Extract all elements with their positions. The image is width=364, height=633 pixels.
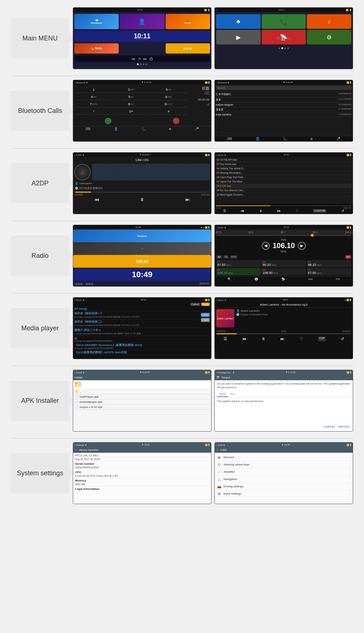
install-btn[interactable]: INSTALL	[339, 425, 351, 428]
track-3[interactable]: 04 Setting The World O...	[215, 166, 352, 171]
radio-nav-tile[interactable]: Navigation	[73, 229, 211, 242]
freq-slider[interactable]	[216, 235, 351, 236]
play-pause-btn[interactable]: ⏸	[140, 197, 144, 202]
radio-art-tile[interactable]: ♪♫	[73, 242, 211, 255]
media-group-5[interactable]: 《2013 GRAMMY Nominees》(格莱美的辉煌 2013) 22 s…	[73, 343, 211, 350]
sys-screen2[interactable]: ⌂ CAR ★ ▼ 10:16 📶🔋 ← CAR ◈ Element ⊙ Ste…	[214, 442, 353, 504]
usb1-label[interactable]: USB1	[201, 313, 210, 317]
media-group-4[interactable]: dj 2 songs /storage/E242A40E42A3E60F/	[73, 336, 211, 343]
music-next-btn[interactable]: ⏭	[277, 209, 281, 213]
video-tile[interactable]: ▶	[216, 30, 261, 44]
usb3-label[interactable]: USB3	[201, 318, 210, 322]
key-9[interactable]: 9WXYZ	[150, 101, 187, 107]
bt-tile[interactable]: ♣	[216, 14, 261, 29]
list-icon[interactable]: ☰	[223, 209, 226, 213]
a2dp-progress-bar[interactable]	[75, 192, 209, 193]
pop-btn[interactable]: POP	[318, 337, 326, 341]
answer-btn[interactable]: 📞	[105, 118, 111, 124]
bt-screen1[interactable]: ⌂ Bluetooth ★ ▼ ♦ 11:03 📶🔋 1 2ABC 3DEF 4…	[73, 80, 211, 142]
contacts-nav-icon[interactable]: 👤	[114, 127, 118, 131]
contact-item-4[interactable]: 某某某 17788888888	[216, 107, 352, 113]
key-6[interactable]: 6MNO	[150, 94, 187, 100]
am-btn[interactable]: AM	[308, 278, 313, 281]
prev-btn[interactable]: ⏮	[95, 197, 99, 202]
apk-file-2[interactable]: 📄 birdwallpaper.apk	[74, 400, 210, 405]
radio-search-icon[interactable]: 🔍	[228, 278, 231, 281]
track-5[interactable]: 06 Can't Stop The Feeli...	[215, 175, 352, 180]
custom-btn[interactable]: CUSTOM	[313, 209, 326, 213]
call-refresh-btn[interactable]: ↺	[189, 103, 209, 107]
bt-nav-icon[interactable]: ♣	[169, 127, 171, 131]
bt-screen2[interactable]: ⌂ Bluetooth ★ ▼ ♦ 10:24 📶🔋 Search 汇丰中国银行…	[214, 80, 353, 142]
track-6[interactable]: 07 Hymn For The Wee...	[215, 180, 352, 184]
flash-btn[interactable]: Flash	[201, 303, 210, 306]
sys-back-icon-2[interactable]: ←	[216, 448, 219, 452]
preset-6[interactable]: P6 87.50 MHZ	[307, 268, 351, 275]
media-group-2[interactable]: 张学友《聆听经典二》 13 songs /storage/E242A40E42A…	[73, 319, 211, 328]
contact-item-1[interactable]: 汇丰中国银行 18888888888	[216, 92, 352, 97]
next-icon[interactable]: ⏭	[143, 57, 147, 61]
contacts-nav-icon-2[interactable]: 👤	[256, 137, 260, 141]
key-star[interactable]: *	[75, 108, 112, 115]
key-8[interactable]: 8TUV	[113, 101, 150, 107]
sys-legal-label[interactable]: Legal information	[75, 487, 209, 491]
preset-5[interactable]: P5 108.00 MHZ	[261, 268, 306, 275]
phone-nav-icon[interactable]: 📞	[142, 127, 146, 131]
car-item-extra[interactable]: ⊕ Extra settings	[217, 490, 351, 498]
mic-nav-icon[interactable]: 🎤	[195, 127, 199, 131]
contact-item-2[interactable]: 某某 13711888888	[216, 97, 352, 103]
media2-next-btn[interactable]: ⏭	[280, 337, 284, 341]
heart-icon[interactable]: ♡	[296, 209, 298, 213]
apk2-tab-new[interactable]: NEW	[217, 392, 228, 397]
key-5[interactable]: 5JKL	[113, 94, 150, 100]
music-progress[interactable]	[216, 205, 352, 206]
key-7[interactable]: 7PQRS	[75, 101, 112, 107]
key-4[interactable]: 4GHI	[75, 94, 112, 100]
media2-prev-btn[interactable]: ⏮	[242, 337, 246, 341]
apk-screen1[interactable]: ⌂ Install ★ ▼ ♦ 10:26 📶🔋 Install 📁 📁 .. …	[73, 370, 211, 432]
nav-tile[interactable]: 🗺 Navigation	[74, 14, 119, 29]
apk-parent-folder[interactable]: 📁 ..	[74, 389, 210, 394]
track-8[interactable]: 09 Do You Wanna Com...	[215, 188, 352, 193]
contact-item-5[interactable]: india handlew 17788888888	[216, 113, 352, 117]
car-item-driving[interactable]: 🚗 Driving settings	[217, 483, 351, 490]
af-btn[interactable]: AF	[217, 255, 222, 259]
repeat-icon[interactable]: ↺	[341, 209, 344, 213]
key-2[interactable]: 2ABC	[113, 86, 150, 93]
media-screen2[interactable]: ⌂ Music ★ 10:47 ♦ 📶🔋 Adam Lambert - No B…	[214, 297, 353, 359]
radio-cd-icon[interactable]: 💿	[254, 278, 258, 281]
main-menu-screen1[interactable]: Dasaita ⌂ 10:11 📶 🔋 🗺 Navigation 👤 🎵 Mus…	[73, 7, 211, 69]
media-group-6[interactable]: 《2015格莱美的辉煌》UPDTS-WAV分轨	[73, 350, 211, 355]
media2-progress-bar[interactable]	[217, 333, 351, 334]
radio-screen1[interactable]: Dasaita ⌂ 10:49 ▼ ♦ 📶🔋 Navigation ♪♫ 106…	[73, 225, 211, 287]
media-group-1[interactable]: 张学友《聆听经典一》 13 songs /storage/E242A40E42A…	[73, 311, 211, 319]
next-freq-btn[interactable]: ▶	[298, 242, 306, 250]
media-group-allsongs[interactable]: All songs	[73, 307, 211, 311]
play-icon[interactable]: ⏸	[138, 57, 141, 61]
bt-nav-icon-2[interactable]: ♣	[310, 137, 313, 141]
track-9[interactable]: 10 Born Again Tomorro...	[215, 193, 352, 197]
key-3[interactable]: 3DEF	[150, 86, 187, 93]
preset-1[interactable]: P1 87.50 MHZ	[216, 260, 261, 267]
sys-back-icon[interactable]: ←	[75, 448, 78, 452]
numpad-nav-icon-2[interactable]: ⌨	[227, 137, 232, 141]
numpad-nav-icon[interactable]: ⌨	[86, 127, 90, 131]
next-btn[interactable]: ⏭	[185, 197, 190, 202]
prev-freq-btn[interactable]: ◀	[262, 242, 270, 250]
sys-screen1[interactable]: ⌂ Settings ★ ▼ 10:21 📶🔋 ← About machine …	[73, 442, 211, 504]
main-menu-screen2[interactable]: Dasaita ⌂ 10:11 📶 🔋 ♣ 📞 ♪ ▶	[214, 7, 353, 69]
car-item-amplifier[interactable]: ♪ Amplifier	[217, 468, 351, 476]
music-prev-btn[interactable]: ⏮	[241, 209, 244, 213]
media2-heart-icon[interactable]: ♡	[300, 337, 303, 341]
radio-wifi-icon[interactable]: 📡	[281, 278, 285, 281]
music-tile-2[interactable]: ♪	[307, 14, 351, 29]
music-tile[interactable]: 🎵 Music	[166, 14, 210, 29]
key-1[interactable]: 1	[75, 86, 112, 93]
pty-btn[interactable]: PTY	[230, 255, 237, 259]
media2-play-btn[interactable]: ⏸	[261, 337, 265, 341]
cancel-btn[interactable]: CANCEL	[323, 425, 335, 428]
preset-3[interactable]: P3 98.10 MHZ	[307, 260, 351, 267]
contact-search[interactable]: Search	[216, 86, 352, 90]
fm-btn[interactable]: FM	[336, 278, 340, 281]
media2-repeat-icon[interactable]: ↺	[341, 337, 344, 341]
